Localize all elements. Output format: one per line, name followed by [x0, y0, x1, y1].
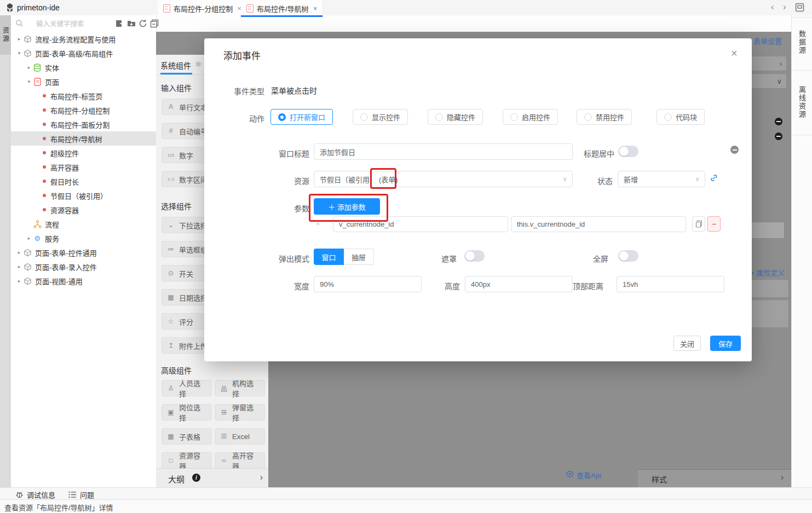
tab-close-icon[interactable]: × [313, 4, 318, 13]
tree-item[interactable]: ▸ ⚙ 服务 [11, 231, 156, 245]
tab-layout-group-control[interactable]: 布局控件-分组控制 × [158, 0, 247, 16]
remove-item-icon[interactable] [775, 132, 782, 140]
mask-toggle[interactable] [464, 250, 485, 262]
form-settings-link[interactable]: 表单设置 [753, 36, 782, 46]
palette-item[interactable]: ⊞弹窗选择 [215, 404, 265, 420]
expand-arrow-icon[interactable]: ▸ [25, 65, 33, 70]
popup-mode-window[interactable]: 窗口 [314, 249, 344, 265]
save-button[interactable]: 保存 [710, 336, 741, 351]
debug-info-tab[interactable]: 调试信息 [15, 489, 55, 500]
search-input[interactable] [35, 18, 119, 30]
remove-item-icon[interactable] [775, 118, 782, 125]
panel-row[interactable]: › [751, 56, 787, 71]
copy-icon[interactable] [692, 216, 705, 232]
palette-item[interactable]: ‹›高开容器 [215, 452, 265, 469]
popup-mode-drawer[interactable]: 抽屉 [344, 249, 374, 265]
collapse-all-icon[interactable] [150, 19, 159, 28]
tree-item[interactable]: 超级控件 [11, 146, 156, 160]
title-center-toggle[interactable] [618, 146, 638, 157]
palette-tab-system[interactable]: 系统组件 [160, 60, 191, 71]
tree-item[interactable]: 高开容器 [11, 160, 156, 174]
mask-label: 遮罩 [441, 253, 457, 264]
collapse-arrow-icon[interactable]: ▾ [15, 50, 23, 56]
close-button[interactable]: 关闭 [673, 336, 701, 351]
palette-item[interactable]: ▣岗位选择 [162, 404, 212, 420]
status-bar: 查看资源「布局控件/导航树」详情 [0, 499, 812, 513]
red-dot-icon [43, 165, 46, 169]
export-doc-icon[interactable] [116, 19, 124, 28]
status-select[interactable]: 新增 ∨ [618, 171, 705, 187]
activity-tab-datasource[interactable]: 数据源 [792, 20, 812, 65]
nav-forward-icon[interactable]: › [783, 3, 786, 11]
refresh-icon[interactable] [139, 19, 147, 28]
tree-item[interactable]: ▸ 页面-表单-控件通用 [11, 245, 156, 260]
tree-item[interactable]: ▸ 实体 [11, 60, 156, 74]
height-input[interactable] [465, 276, 573, 292]
tree-item[interactable]: ▸ 页面-表单-录入控件 [11, 260, 156, 274]
action-option-code-block[interactable]: 代码块 [656, 109, 705, 125]
palette-item[interactable]: ☒Excel [215, 428, 265, 445]
tree-item[interactable]: 布局控件-分组控制 [11, 103, 156, 117]
param-remove-icon[interactable]: × [316, 220, 320, 228]
tree-item[interactable]: ▾ 页面-表单-高级/布局组件 [11, 46, 156, 60]
tree-item[interactable]: ▸ 流程-业务流程配置与使用 [11, 32, 156, 46]
panel-row[interactable]: ∨ [751, 73, 787, 89]
palette-item[interactable]: □资源容器 [162, 452, 212, 469]
tree-item[interactable]: ▾ 页面 [11, 74, 156, 89]
resource-select[interactable]: 节假日（被引用） (表单) ∨ [314, 171, 573, 187]
chevron-right-icon[interactable]: › [260, 472, 263, 482]
popup-mode-segment: 窗口 抽屉 [314, 249, 374, 265]
link-icon[interactable] [710, 174, 718, 185]
popup-mode-label: 弹出模式 [279, 253, 309, 264]
activity-tab-offline-resource[interactable]: 离线资源 [792, 74, 812, 130]
chevron-down-icon: ∨ [695, 175, 700, 183]
expand-arrow-icon[interactable]: ▸ [15, 278, 23, 284]
tree-item[interactable]: 假日时长 [11, 174, 156, 188]
tree-item[interactable]: 布局控件-标签页 [11, 89, 156, 103]
palette-item[interactable]: 品机构选择 [215, 380, 265, 396]
close-icon[interactable]: × [731, 47, 738, 60]
action-option-disable-control[interactable]: 禁用控件 [577, 109, 632, 125]
palette-item[interactable]: ♙人员选择 [162, 380, 212, 396]
view-api-link[interactable]: 查看Api [577, 470, 601, 480]
expand-arrow-icon[interactable]: ▸ [15, 264, 23, 269]
resource-container-icon: □ [166, 457, 175, 464]
add-param-button[interactable]: ＋ 添加参数 [314, 198, 380, 215]
tree-item[interactable]: 流程 [11, 217, 156, 231]
tree-item[interactable]: 节假日（被引用） [11, 188, 156, 203]
status-text: 查看资源「布局控件/导航树」详情 [4, 502, 113, 512]
action-option-hide-control[interactable]: 隐藏控件 [428, 109, 483, 125]
tab-layout-nav-tree[interactable]: 布局控件/导航树 × [241, 0, 323, 16]
red-dot-icon [43, 151, 46, 154]
palette-item[interactable]: ▦子表格 [162, 428, 212, 445]
tree-item[interactable]: 资源容器 [11, 203, 156, 217]
param-value-input[interactable] [511, 216, 686, 232]
problems-tab[interactable]: 问题 [68, 489, 94, 500]
action-option-enable-control[interactable]: 启用控件 [503, 109, 558, 125]
top-distance-input[interactable] [617, 276, 724, 292]
width-input[interactable] [314, 276, 422, 292]
tree-item-selected[interactable]: 布局控件/导航树 [11, 131, 156, 146]
collapse-arrow-icon[interactable]: ▾ [25, 79, 33, 84]
tree-item[interactable]: 布局控件-面板分割 [11, 117, 156, 131]
style-panel-header[interactable]: 样式 › [638, 469, 791, 487]
auto-number-icon: # [166, 127, 175, 135]
add-folder-icon[interactable] [127, 19, 136, 28]
expand-arrow-icon[interactable]: ▸ [15, 36, 23, 42]
remove-row-icon[interactable] [730, 146, 739, 154]
action-option-open-window[interactable]: 打开新窗口 [270, 109, 333, 125]
param-name-input[interactable] [333, 216, 508, 232]
activity-tab-resources[interactable]: 资源 [0, 15, 11, 55]
expand-arrow-icon[interactable]: ▸ [15, 250, 23, 255]
tree-item[interactable]: ▸ 页面-视图-通用 [11, 274, 156, 288]
save-icon[interactable] [795, 3, 804, 14]
outline-bar[interactable]: 大纲 i › [156, 468, 268, 487]
panel-input-fragment[interactable] [751, 222, 785, 239]
action-option-show-control[interactable]: 显示控件 [353, 109, 408, 125]
add-property-link[interactable]: + 属性定义 [750, 267, 785, 278]
window-title-input[interactable] [314, 143, 573, 160]
remove-param-icon[interactable]: − [707, 216, 721, 232]
nav-back-icon[interactable]: ‹ [771, 3, 774, 11]
expand-arrow-icon[interactable]: ▸ [25, 235, 33, 241]
fullscreen-toggle[interactable] [618, 250, 638, 262]
